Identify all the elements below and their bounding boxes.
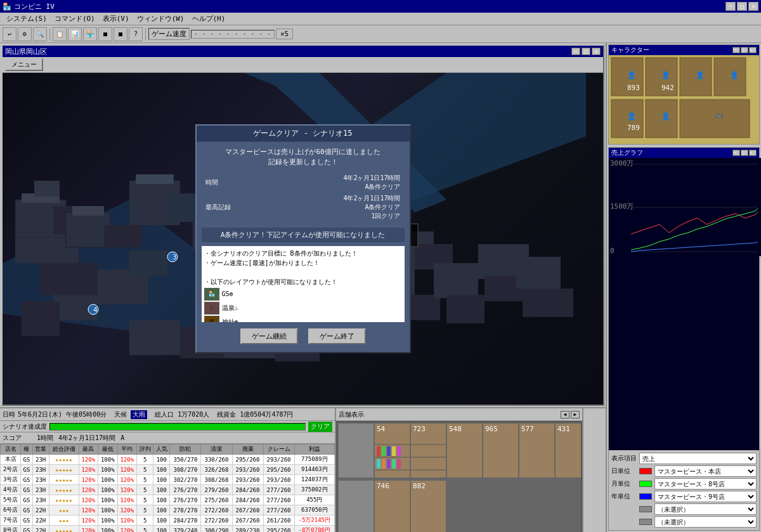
content-line-1: ・全シナリオのクリア目標に B条件が加わりました！ bbox=[204, 249, 402, 258]
cw-max[interactable]: □ bbox=[741, 47, 748, 53]
table-row[interactable]: 7号店 GS 22H ★★★ 120% 100% 120% 5 100 284/… bbox=[1, 516, 335, 526]
toolbar-btn-7[interactable]: ■ bbox=[98, 27, 112, 41]
date-value: 5年6月2日(木) bbox=[18, 410, 62, 419]
menu-system[interactable]: システム(S) bbox=[3, 13, 51, 25]
cell-type: GS bbox=[21, 465, 32, 475]
gw-maximize[interactable]: □ bbox=[582, 48, 590, 55]
window-controls[interactable]: ─ □ ✕ bbox=[725, 2, 758, 11]
cell-avg: 120% bbox=[117, 465, 136, 475]
cell-avg: 120% bbox=[117, 485, 136, 495]
cell-rating: ★★★★★ bbox=[49, 485, 79, 495]
cell-name: 5号店 bbox=[1, 495, 21, 505]
sv-next[interactable]: ▶ bbox=[571, 411, 580, 418]
cell-crime: 302/270 bbox=[170, 475, 201, 485]
cell-profit: -5万2145円 bbox=[294, 516, 334, 526]
graph-window-btns[interactable]: ─ □ ✕ bbox=[732, 150, 757, 156]
cell-type: GS bbox=[21, 455, 32, 465]
day-store[interactable]: マスターピース・本店 bbox=[654, 465, 757, 477]
item-gs-label: GS⊕ bbox=[222, 289, 233, 299]
cash-value: 1億0504万4787円 bbox=[240, 410, 293, 419]
table-row[interactable]: 2号店 GS 23H ★★★★★ 120% 100% 120% 5 100 30… bbox=[1, 465, 335, 475]
month-label: 月単位 bbox=[611, 479, 637, 488]
cell-type: GS bbox=[21, 505, 32, 516]
maximize-button[interactable]: □ bbox=[737, 2, 747, 11]
progress-bar bbox=[49, 423, 306, 431]
extra-store-2[interactable]: （未選択） bbox=[654, 516, 757, 528]
cell-complaint: 261/260 bbox=[263, 516, 294, 526]
gw-close[interactable]: ✕ bbox=[749, 150, 757, 156]
gw-minimize[interactable]: ─ bbox=[571, 48, 580, 55]
minimize-button[interactable]: ─ bbox=[725, 2, 736, 11]
th-waste: 廃棄 bbox=[232, 444, 263, 455]
cell-complaint: 293/260 bbox=[263, 455, 294, 465]
toolbar-btn-8[interactable]: ■ bbox=[114, 27, 127, 41]
menu-view[interactable]: 表示(V) bbox=[99, 13, 133, 25]
display-label: 表示項目 bbox=[611, 454, 637, 463]
item-shrine-icon: ⛩ bbox=[204, 316, 219, 322]
menu-window[interactable]: ウィンドウ(W) bbox=[133, 13, 188, 25]
cell-avg: 120% bbox=[117, 455, 136, 465]
cell-max: 120% bbox=[79, 455, 98, 465]
table-header: 店名 種 営業 総合評価 最高 最低 平均 評判 人気 防犯 清潔 bbox=[1, 444, 335, 455]
time-value: 4年2ヶ月1日17時間 A条件クリア bbox=[270, 173, 403, 192]
bottom-panel: 日時 5年6月2日(木) 午後05時00分 天候 大雨 総人口 1万7020人 … bbox=[0, 407, 606, 532]
toolbar-btn-1[interactable]: ↩ bbox=[3, 27, 16, 41]
gw-close[interactable]: ✕ bbox=[592, 48, 601, 55]
month-store[interactable]: マスターピース・8号店 bbox=[654, 478, 757, 490]
extra-store-1[interactable]: （未選択） bbox=[654, 503, 757, 515]
toolbar-btn-5[interactable]: 📊 bbox=[68, 27, 82, 41]
game-window-title: 岡山県岡山区 bbox=[5, 47, 47, 56]
cell-clean: 272/260 bbox=[201, 516, 232, 526]
table-row[interactable]: 5号店 GS 23H ★★★★★ 120% 100% 120% 5 100 27… bbox=[1, 495, 335, 505]
menu-command[interactable]: コマンド(O) bbox=[51, 13, 99, 25]
shop-table-area[interactable]: 店名 種 営業 総合評価 最高 最低 平均 評判 人気 防犯 清潔 bbox=[0, 444, 335, 532]
cell-hours: 23H bbox=[32, 455, 49, 465]
cell-min: 100% bbox=[98, 465, 117, 475]
graph-svg: 3000万 1500万 0 bbox=[609, 158, 761, 256]
cell-crime: 379/240 bbox=[170, 526, 201, 533]
char-window-btns[interactable]: ─ □ ✕ bbox=[732, 47, 757, 53]
game-canvas[interactable]: 1 2 3 4 5 bbox=[3, 73, 603, 405]
year-store[interactable]: マスターピース・9号店 bbox=[654, 491, 757, 502]
speed-x5[interactable]: ×5 bbox=[276, 29, 293, 39]
close-button[interactable]: ✕ bbox=[748, 2, 758, 11]
toolbar-btn-3[interactable]: 🔍 bbox=[33, 27, 47, 41]
table-row[interactable]: 3号店 GS 23H ★★★★★ 120% 100% 120% 5 100 30… bbox=[1, 475, 335, 485]
cell-hours: 23H bbox=[32, 485, 49, 495]
display-select[interactable]: 売上 bbox=[639, 453, 757, 464]
end-button[interactable]: ゲーム終了 bbox=[308, 328, 366, 344]
cell-avg: 120% bbox=[117, 516, 136, 526]
cell-clean: 326/268 bbox=[201, 465, 232, 475]
toolbar-btn-9[interactable]: ? bbox=[129, 27, 143, 41]
table-row[interactable]: 本店 GS 23H ★★★★★ 120% 100% 120% 5 100 350… bbox=[1, 455, 335, 465]
cell-rating: ★★★★★ bbox=[49, 495, 79, 505]
weather-label: 天候 bbox=[114, 410, 127, 419]
table-row[interactable]: 6号店 GS 22H ★★★ 120% 100% 120% 5 100 278/… bbox=[1, 505, 335, 516]
gw-max[interactable]: □ bbox=[741, 150, 748, 156]
cell-name: 7号店 bbox=[1, 516, 21, 526]
sv-prev[interactable]: ◀ bbox=[561, 411, 569, 418]
game-window-controls[interactable]: ─ □ ✕ bbox=[571, 48, 601, 55]
cell-rep: 5 bbox=[136, 505, 153, 516]
toolbar-btn-2[interactable]: ⚙ bbox=[18, 27, 32, 41]
menu-help[interactable]: ヘルプ(H) bbox=[188, 13, 230, 25]
dialog-content[interactable]: ・全シナリオのクリア目標に B条件が加わりました！ ・ゲーム速度に[最速]が加わ… bbox=[202, 246, 405, 322]
cell-name: 4号店 bbox=[1, 485, 21, 495]
cell-min: 100% bbox=[98, 495, 117, 505]
table-row[interactable]: 8号店 GS 22H ★★★★★ 120% 100% 120% 5 100 37… bbox=[1, 526, 335, 533]
cw-min[interactable]: ─ bbox=[732, 47, 740, 53]
speed-dots[interactable]: · · · · · · · · · · bbox=[191, 30, 275, 39]
store-view-controls[interactable]: ◀ ▶ bbox=[561, 411, 580, 418]
table-row[interactable]: 4号店 GS 23H ★★★★★ 120% 100% 120% 5 100 27… bbox=[1, 485, 335, 495]
toolbar-btn-6[interactable]: 🏪 bbox=[83, 27, 97, 41]
cw-close[interactable]: ✕ bbox=[749, 47, 757, 53]
item-shrine: ⛩ 神社⊕ bbox=[204, 316, 402, 322]
cell-max: 120% bbox=[79, 495, 98, 505]
continue-button[interactable]: ゲーム継続 bbox=[240, 328, 298, 344]
menu-button[interactable]: メニュー bbox=[5, 58, 43, 71]
gw-min[interactable]: ─ bbox=[732, 150, 740, 156]
toolbar-btn-4[interactable]: 📋 bbox=[53, 27, 67, 41]
year-label: 年単位 bbox=[611, 492, 637, 501]
cell-max: 120% bbox=[79, 516, 98, 526]
score-area: スコア 1時間 4年2ヶ月1日17時間 A bbox=[0, 432, 335, 444]
